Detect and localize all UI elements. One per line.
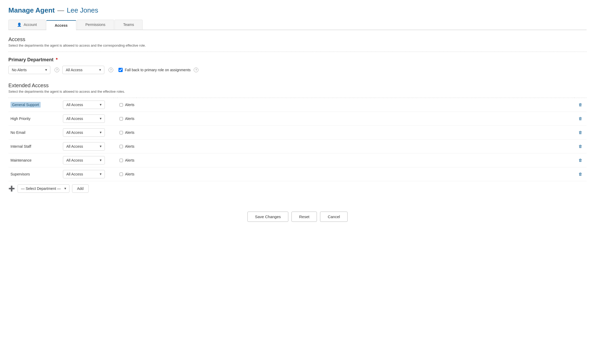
row-delete-button-5[interactable]: [576, 171, 585, 178]
trash-icon-2: [578, 130, 582, 135]
tab-permissions[interactable]: Permissions: [77, 20, 114, 30]
table-row: Internal StaffAll AccessView OnlyNo Acce…: [8, 140, 587, 153]
alert-select[interactable]: No Alerts Alerts All Alerts: [8, 66, 50, 74]
dept-name-5: Supervisors: [10, 172, 30, 176]
row-alerts-label-3: Alerts: [125, 144, 134, 148]
person-icon: 👤: [17, 23, 21, 27]
row-role-select-4[interactable]: All AccessView OnlyNo Access: [63, 156, 105, 164]
primary-department-section: Primary Department * No Alerts Alerts Al…: [8, 57, 587, 74]
role-select-wrap: All Access View Only No Access ▼: [62, 66, 104, 74]
row-alerts-checkbox-3[interactable]: [120, 145, 123, 148]
row-alerts-label-4: Alerts: [125, 158, 134, 162]
extended-access-section: Extended Access Select the departments t…: [8, 82, 587, 193]
tab-bar: 👤 Account Access Permissions Teams: [8, 20, 587, 30]
row-alerts-checkbox-1[interactable]: [120, 117, 123, 120]
trash-icon-4: [578, 158, 582, 162]
extended-access-table: General SupportAll AccessView OnlyNo Acc…: [8, 98, 587, 181]
fallback-checkbox[interactable]: [118, 68, 123, 72]
page-title-name: Lee Jones: [67, 6, 98, 14]
dept-name-4: Maintenance: [10, 158, 31, 162]
add-dept-select-wrap: — Select Department — ▼: [18, 184, 69, 193]
extended-access-title: Extended Access: [8, 82, 587, 89]
trash-icon-5: [578, 172, 582, 176]
section-divider-1: [8, 52, 587, 52]
row-alerts-checkbox-4[interactable]: [120, 159, 123, 162]
row-alerts-cell-1: Alerts: [120, 117, 134, 121]
role-select[interactable]: All Access View Only No Access: [62, 66, 104, 74]
page-title-dash: —: [57, 6, 64, 14]
dept-name-2: No Email: [10, 130, 25, 135]
table-row: High PriorityAll AccessView OnlyNo Acces…: [8, 112, 587, 126]
dept-name-3: Internal Staff: [10, 144, 31, 148]
row-alerts-label-1: Alerts: [125, 117, 134, 121]
row-delete-button-1[interactable]: [576, 115, 585, 122]
row-alerts-cell-0: Alerts: [120, 103, 134, 107]
tab-access[interactable]: Access: [46, 20, 76, 30]
extended-access-desc: Select the departments the agent is allo…: [8, 90, 587, 93]
add-plus-icon[interactable]: ➕: [8, 185, 15, 192]
save-changes-button[interactable]: Save Changes: [247, 212, 288, 222]
row-alerts-cell-4: Alerts: [120, 158, 134, 162]
row-alerts-cell-3: Alerts: [120, 144, 134, 148]
alert-select-wrap: No Alerts Alerts All Alerts ▼: [8, 66, 50, 74]
table-row: MaintenanceAll AccessView OnlyNo Access▼…: [8, 153, 587, 167]
row-alerts-checkbox-0[interactable]: [120, 103, 123, 107]
dept-name-1: High Priority: [10, 117, 30, 121]
add-dept-button[interactable]: Add: [72, 184, 89, 193]
table-row: No EmailAll AccessView OnlyNo Access▼Ale…: [8, 126, 587, 140]
row-role-select-3[interactable]: All AccessView OnlyNo Access: [63, 142, 105, 151]
row-alerts-label-2: Alerts: [125, 130, 134, 135]
access-section-desc: Select the departments the agent is allo…: [8, 43, 587, 47]
table-row: General SupportAll AccessView OnlyNo Acc…: [8, 98, 587, 112]
page-title-manage: Manage Agent: [8, 6, 55, 14]
row-alerts-label-5: Alerts: [125, 172, 134, 176]
fallback-help-icon[interactable]: ?: [194, 68, 198, 72]
table-row: SupervisorsAll AccessView OnlyNo Access▼…: [8, 167, 587, 181]
row-role-wrap-0: All AccessView OnlyNo Access▼: [63, 101, 105, 109]
row-delete-button-0[interactable]: [576, 101, 585, 108]
fallback-checkbox-group: Fall back to primary role on assignments…: [118, 68, 198, 72]
primary-dept-label: Primary Department *: [8, 57, 587, 63]
primary-dept-row: No Alerts Alerts All Alerts ▼ ? All Acce…: [8, 66, 587, 74]
dept-name-0: General Support: [10, 102, 41, 108]
row-role-wrap-2: All AccessView OnlyNo Access▼: [63, 128, 105, 137]
fallback-label[interactable]: Fall back to primary role on assignments: [125, 68, 191, 72]
row-role-wrap-4: All AccessView OnlyNo Access▼: [63, 156, 105, 164]
add-dept-select[interactable]: — Select Department —: [18, 184, 69, 193]
row-alerts-cell-2: Alerts: [120, 130, 134, 135]
tab-teams[interactable]: Teams: [115, 20, 143, 30]
row-role-wrap-1: All AccessView OnlyNo Access▼: [63, 114, 105, 123]
required-star: *: [56, 57, 58, 62]
access-section: Access Select the departments the agent …: [8, 36, 587, 47]
alert-help-icon[interactable]: ?: [55, 68, 59, 72]
row-delete-button-2[interactable]: [576, 129, 585, 136]
row-delete-button-3[interactable]: [576, 143, 585, 150]
cancel-button[interactable]: Cancel: [320, 212, 348, 222]
row-alerts-label-0: Alerts: [125, 103, 134, 107]
trash-icon-0: [578, 102, 582, 107]
row-role-wrap-3: All AccessView OnlyNo Access▼: [63, 142, 105, 151]
reset-button[interactable]: Reset: [291, 212, 317, 222]
row-role-select-2[interactable]: All AccessView OnlyNo Access: [63, 128, 105, 137]
row-role-wrap-5: All AccessView OnlyNo Access▼: [63, 170, 105, 178]
row-role-select-5[interactable]: All AccessView OnlyNo Access: [63, 170, 105, 178]
row-alerts-checkbox-2[interactable]: [120, 131, 123, 134]
trash-icon-3: [578, 144, 582, 148]
tab-account[interactable]: 👤 Account: [8, 20, 46, 30]
row-alerts-cell-5: Alerts: [120, 172, 134, 176]
footer-buttons: Save Changes Reset Cancel: [8, 205, 587, 222]
row-delete-button-4[interactable]: [576, 157, 585, 164]
role-help-icon[interactable]: ?: [109, 68, 113, 72]
access-section-title: Access: [8, 36, 587, 42]
row-role-select-1[interactable]: All AccessView OnlyNo Access: [63, 114, 105, 123]
trash-icon-1: [578, 116, 582, 121]
add-dept-row: ➕ — Select Department — ▼ Add: [8, 184, 587, 193]
row-role-select-0[interactable]: All AccessView OnlyNo Access: [63, 101, 105, 109]
page-header: Manage Agent — Lee Jones: [8, 6, 587, 14]
row-alerts-checkbox-5[interactable]: [120, 173, 123, 176]
